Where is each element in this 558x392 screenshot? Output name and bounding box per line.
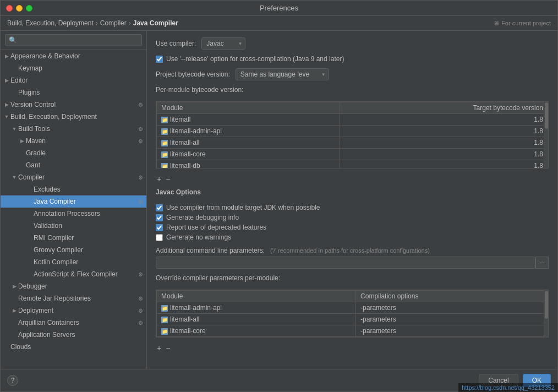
sidebar-item-gradle[interactable]: Gradle [1,147,146,159]
sidebar-item-remote-jar[interactable]: Remote Jar Repositories ⚙ [1,292,146,304]
sidebar-item-rmi[interactable]: RMI Compiler [1,232,146,244]
override-table-wrapper: Module Compilation options 📁litemall-adm… [156,290,549,337]
module-table-scroll[interactable]: Module Target bytecode version 📁litemall… [156,102,548,168]
sidebar-item-build-exec[interactable]: Build, Execution, Deployment [1,111,146,123]
sidebar-item-gant[interactable]: Gant [1,159,146,171]
override-scrollbar-track[interactable] [544,290,548,337]
minimize-button[interactable] [16,5,23,12]
content-area: Build, Execution, Deployment › Compiler … [1,16,557,391]
override-scrollbar-thumb[interactable] [545,291,548,319]
module-col-header: Module [157,102,340,114]
arrow-compiler [10,173,18,181]
sidebar-item-keymap[interactable]: Keymap [1,62,146,74]
opt3-checkbox[interactable] [156,224,163,231]
sidebar-item-kotlin[interactable]: Kotlin Compiler [1,256,146,268]
module-name: 📁litemall [157,114,340,126]
sidebar-label-compiler: Compiler [18,173,136,181]
sidebar-label-maven: Maven [26,137,136,145]
sidebar-item-validation[interactable]: Validation [1,220,146,232]
breadcrumb-current: Java Compiler [133,19,178,27]
opt2-checkbox[interactable] [156,214,163,221]
arrow-plugins [10,89,18,96]
sidebar-item-arquillian[interactable]: Arquillian Containers ⚙ [1,317,146,329]
close-button[interactable] [6,5,13,12]
maximize-button[interactable] [26,5,32,12]
javac-options-section: Use compiler from module target JDK when… [156,204,549,241]
additional-input[interactable] [156,257,535,269]
sidebar-item-maven[interactable]: Maven ⚙ [1,135,146,147]
arrow-remote-jar [10,295,18,302]
module-table-wrapper: Module Target bytecode version 📁litemall… [156,101,549,168]
additional-input-row: ⋯ [156,257,549,269]
arrow-build-tools [10,125,18,133]
search-input[interactable] [5,34,142,46]
opt3-label: Report use of deprecated features [166,224,266,231]
sidebar-label-validation: Validation [34,222,144,230]
sidebar-item-build-tools[interactable]: Build Tools ⚙ [1,123,146,135]
opt1-row: Use compiler from module target JDK when… [156,204,549,211]
bytecode-label: Project bytecode version: [156,70,230,78]
build-tools-icon: ⚙ [136,125,144,133]
table-row[interactable]: 📁litemall-all 1.8 [157,137,548,149]
cross-compile-checkbox[interactable] [156,56,163,63]
table-row[interactable]: 📁litemall-db 1.8 [157,160,548,168]
remove-override-button[interactable]: − [165,344,171,352]
sidebar-item-annotation[interactable]: Annotation Processors [1,208,146,220]
module-icon: 📁 [161,317,168,323]
sidebar-label-gant: Gant [26,161,144,169]
help-button[interactable]: ? [7,375,18,386]
module-name: 📁litemall-core [157,149,340,160]
sidebar-label-rmi: RMI Compiler [34,234,144,242]
override-table-scroll[interactable]: Module Compilation options 📁litemall-adm… [156,290,548,337]
compiler-select[interactable]: Javac Eclipse Ajc [201,37,245,50]
sidebar-item-compiler[interactable]: Compiler ⚙ [1,171,146,183]
sidebar-item-version-control[interactable]: Version Control ⚙ [1,99,146,111]
sidebar-item-groovy[interactable]: Groovy Compiler [1,244,146,256]
remove-module-button[interactable]: − [165,175,171,183]
arrow-deployment [10,307,18,314]
sidebar-item-debugger[interactable]: Debugger [1,280,146,292]
override-row[interactable]: 📁litemall-all -parameters [157,314,548,325]
module-icon: 📁 [161,151,168,158]
sidebar-item-clouds[interactable]: Clouds [1,341,146,353]
bytecode-select[interactable]: Same as language leve [236,68,329,80]
vcs-icon: ⚙ [136,101,144,108]
table-row[interactable]: 📁litemall-admin-api 1.8 [157,126,548,137]
add-override-button[interactable]: + [156,344,162,352]
sidebar-item-java-compiler[interactable]: Java Compiler ⚙ [1,195,146,208]
table-row[interactable]: 📁litemall-core 1.8 [157,149,548,160]
arrow-gradle [18,149,26,157]
add-module-button[interactable]: + [156,175,162,183]
additional-expand-button[interactable]: ⋯ [535,257,549,269]
module-icon: 📁 [161,128,168,135]
cross-compile-row: Use '--release' option for cross-compila… [156,55,549,63]
additional-hint: ('/' recommended in paths for cross-plat… [270,247,430,254]
javac-options-title: Javac Options [156,188,549,196]
additional-row: Additional command line parameters: ('/'… [156,247,549,254]
sidebar-item-appearance[interactable]: Appearance & Behavior [1,50,146,62]
opt4-checkbox[interactable] [156,234,163,241]
module-icon: 📁 [161,163,168,168]
opt4-row: Generate no warnings [156,233,549,241]
override-row[interactable]: 📁litemall-admin-api -parameters [157,302,548,314]
module-version: 1.8 [340,149,548,160]
scrollbar-thumb[interactable] [545,102,548,129]
sidebar-item-editor[interactable]: Editor [1,74,146,86]
sidebar-label-app-servers: Application Servers [18,331,144,339]
sidebar-label-deployment: Deployment [18,307,136,314]
opt4-label: Generate no warnings [166,233,231,241]
override-label: Override compiler parameters per-module: [156,274,549,282]
opt1-checkbox[interactable] [156,204,163,211]
arrow-editor [3,77,10,84]
actionscript-icon: ⚙ [136,270,144,278]
scrollbar-track[interactable] [544,102,548,168]
table-row[interactable]: 📁litemall 1.8 [157,114,548,126]
sidebar-item-excludes[interactable]: Excludes [1,183,146,195]
arrow-build-exec [3,113,10,121]
sidebar-item-app-servers[interactable]: Application Servers [1,329,146,341]
arrow-rmi [26,234,34,242]
override-row[interactable]: 📁litemall-core -parameters [157,325,548,337]
sidebar-item-actionscript[interactable]: ActionScript & Flex Compiler ⚙ [1,268,146,280]
sidebar-item-deployment[interactable]: Deployment ⚙ [1,304,146,317]
sidebar-item-plugins[interactable]: Plugins [1,86,146,99]
